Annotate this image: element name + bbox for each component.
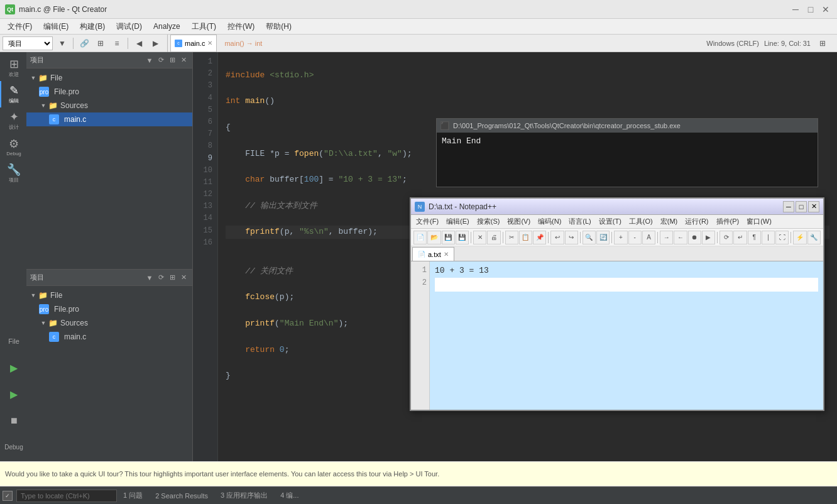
npp-sync[interactable]: ⟳: [719, 231, 733, 244]
npp-macro-play[interactable]: ▶: [702, 231, 715, 244]
tree-item-sources[interactable]: ▼ 📁 Sources: [26, 99, 192, 112]
npp-cut[interactable]: ✂: [505, 231, 518, 244]
menu-controls[interactable]: 控件(W): [222, 20, 260, 33]
sidebar-debug[interactable]: ⚙ Debug: [0, 134, 26, 160]
sidebar-run[interactable]: ▶: [0, 354, 26, 381]
npp-print[interactable]: 🖨: [487, 231, 500, 244]
npp-redo[interactable]: ↪: [565, 231, 578, 244]
npp-saveall[interactable]: 💾: [456, 231, 469, 244]
npp-menu-search[interactable]: 搜索(S): [473, 216, 504, 227]
npp-content[interactable]: 10 + 3 = 13: [430, 261, 823, 410]
notepad-window[interactable]: N D:\a.txt - Notepad++ ─ □ ✕ 文件(F) 编辑(E)…: [410, 197, 824, 411]
sync-icon-b[interactable]: ⟳: [156, 273, 166, 283]
npp-tab-atxt[interactable]: 📄 a.txt ✕: [412, 247, 454, 261]
npp-indent[interactable]: →: [660, 231, 673, 244]
npp-copy[interactable]: 📋: [519, 231, 532, 244]
close-button[interactable]: ✕: [819, 3, 832, 16]
maximize-button[interactable]: □: [804, 3, 817, 16]
bottom-tab-output[interactable]: 3 应用程序输出: [214, 489, 274, 503]
toolbar-more[interactable]: ≡: [110, 36, 124, 50]
minimize-button[interactable]: ─: [789, 3, 802, 16]
tab-close-icon[interactable]: ✕: [207, 40, 212, 47]
tree-item-filepro[interactable]: pro File.pro: [26, 85, 192, 99]
menu-edit[interactable]: 编辑(E): [38, 20, 74, 33]
sidebar-design[interactable]: ✦ 设计: [0, 107, 26, 134]
npp-editor[interactable]: 1 2 10 + 3 = 13: [411, 261, 823, 410]
npp-zoom-in[interactable]: +: [614, 231, 627, 244]
npp-find[interactable]: 🔍: [583, 231, 596, 244]
npp-word-wrap[interactable]: ↵: [733, 231, 747, 244]
bottom-tab-issues[interactable]: 1 问题: [117, 489, 149, 503]
npp-zoom-reset[interactable]: A: [642, 231, 655, 244]
bottom-tab-edit[interactable]: 4 编...: [274, 489, 305, 503]
project-selector[interactable]: 项目: [3, 36, 53, 50]
npp-indent-guide[interactable]: |: [762, 231, 775, 244]
npp-outdent[interactable]: ←: [674, 231, 687, 244]
npp-save[interactable]: 💾: [442, 231, 455, 244]
npp-menu-run[interactable]: 运行(R): [681, 216, 712, 227]
npp-zoom-out[interactable]: -: [628, 231, 642, 244]
npp-menu-edit[interactable]: 编辑(E): [442, 216, 473, 227]
add-icon[interactable]: ⊞: [167, 55, 177, 65]
npp-extra1[interactable]: ⚡: [793, 231, 806, 244]
npp-menu-plugins[interactable]: 插件(P): [713, 216, 743, 227]
npp-undo[interactable]: ↩: [550, 231, 564, 244]
npp-fullscreen[interactable]: ⛶: [775, 231, 789, 244]
sidebar-edit[interactable]: ✎ 编辑: [0, 81, 26, 107]
npp-menu-tools[interactable]: 工具(O): [625, 216, 657, 227]
npp-paste[interactable]: 📌: [533, 231, 546, 244]
npp-menu-macro[interactable]: 宏(M): [657, 216, 682, 227]
npp-show-all[interactable]: ¶: [748, 231, 761, 244]
sync-icon[interactable]: ⟳: [156, 55, 166, 65]
editor-tab-main[interactable]: c main.c ✕: [170, 35, 217, 52]
npp-menu-lang[interactable]: 语言(L): [565, 216, 594, 227]
menu-file[interactable]: 文件(F): [3, 20, 37, 33]
close-panel-icon-b[interactable]: ✕: [178, 273, 189, 283]
npp-menu-window[interactable]: 窗口(W): [743, 216, 775, 227]
npp-macro-rec[interactable]: ⏺: [688, 231, 701, 244]
tree-item-mainc-b[interactable]: c main.c: [26, 330, 192, 344]
add-icon-b[interactable]: ⊞: [167, 273, 177, 283]
filter-icon-b[interactable]: ▼: [145, 273, 155, 283]
npp-minimize[interactable]: ─: [783, 201, 794, 212]
sidebar-debug-label[interactable]: Debug: [0, 434, 26, 460]
console-window[interactable]: ⬛ D:\001_Programs\012_Qt\Tools\QtCreator…: [436, 118, 818, 187]
npp-close-doc[interactable]: ✕: [473, 231, 486, 244]
menu-tools[interactable]: 工具(T): [187, 20, 221, 33]
toolbar-filter[interactable]: ▼: [55, 36, 69, 50]
sidebar-welcome[interactable]: ⊞ 欢迎: [0, 55, 26, 81]
npp-extra2[interactable]: 🔧: [807, 231, 821, 244]
menu-build[interactable]: 构建(B): [75, 20, 110, 33]
toolbar-add-subproject[interactable]: ⊞: [94, 36, 107, 50]
toolbar-back[interactable]: ◀: [132, 36, 146, 50]
npp-menu-settings[interactable]: 设置(T): [595, 216, 625, 227]
npp-menu-encode[interactable]: 编码(N): [534, 216, 565, 227]
npp-menu-view[interactable]: 视图(V): [503, 216, 534, 227]
tree-item-file-root[interactable]: ▼ 📁 File: [26, 71, 192, 85]
npp-new[interactable]: 📄: [413, 231, 427, 244]
menu-debug[interactable]: 调试(D): [111, 20, 147, 33]
npp-close[interactable]: ✕: [808, 201, 819, 212]
bottom-tab-search[interactable]: 2 Search Results: [149, 489, 214, 503]
sidebar-project[interactable]: 🔧 项目: [0, 160, 26, 187]
locate-input[interactable]: [16, 490, 117, 502]
filter-icon[interactable]: ▼: [145, 55, 155, 65]
tree-item-mainc[interactable]: c main.c: [26, 112, 192, 126]
npp-menu-file[interactable]: 文件(F): [412, 216, 442, 227]
toolbar-link[interactable]: 🔗: [77, 36, 91, 50]
tree-item-file-root-b[interactable]: ▼ 📁 File: [26, 288, 192, 302]
npp-open[interactable]: 📂: [427, 231, 440, 244]
sidebar-file[interactable]: File: [0, 328, 26, 354]
menu-analyze[interactable]: Analyze: [148, 21, 185, 32]
npp-replace[interactable]: 🔄: [596, 231, 610, 244]
npp-maximize[interactable]: □: [796, 201, 807, 212]
close-panel-icon[interactable]: ✕: [178, 55, 189, 65]
tree-item-filepro-b[interactable]: pro File.pro: [26, 302, 192, 316]
npp-tab-close[interactable]: ✕: [444, 251, 449, 258]
menu-help[interactable]: 帮助(H): [261, 20, 297, 33]
toolbar-forward[interactable]: ▶: [148, 36, 162, 50]
sidebar-stop[interactable]: ⏹: [0, 407, 26, 434]
sidebar-debug2[interactable]: ▶: [0, 381, 26, 407]
expand-editor-btn[interactable]: ⊞: [816, 36, 829, 50]
tree-item-sources-b[interactable]: ▼ 📁 Sources: [26, 316, 192, 330]
